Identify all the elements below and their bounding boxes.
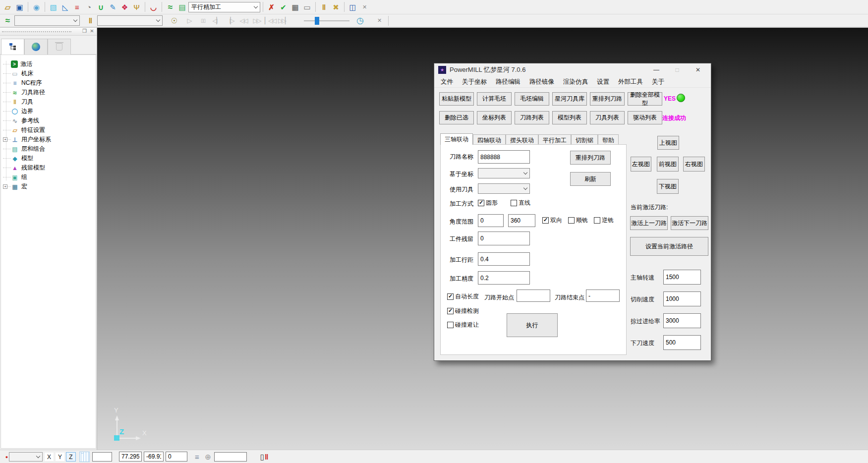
strategy-ball-icon[interactable] — [83, 1, 95, 13]
tool-delete-icon[interactable] — [266, 1, 277, 13]
axis-toggle-button[interactable]: Z — [66, 452, 76, 462]
pause-icon[interactable] — [197, 15, 209, 26]
axis-toggle-button[interactable]: X — [44, 452, 54, 462]
simulation-speed-slider[interactable] — [304, 16, 349, 26]
dialog-tab[interactable]: 摆头联动 — [506, 134, 538, 145]
search-forward-icon[interactable] — [251, 15, 262, 26]
toolpath-ribbon-icon[interactable] — [165, 1, 176, 13]
refresh-button[interactable]: 刷新 — [570, 172, 611, 186]
search-back-icon[interactable] — [237, 15, 249, 26]
action-button[interactable]: 模型列表 — [552, 111, 587, 124]
grip-handle[interactable] — [2, 31, 71, 32]
open-icon[interactable] — [2, 1, 13, 13]
tree-item[interactable]: + 用户坐标系 — [1, 135, 96, 144]
toolpath-name-input[interactable] — [478, 150, 530, 164]
action-button[interactable]: 重排列刀路 — [590, 92, 625, 106]
activate-next-toolpath-button[interactable]: 激活下一刀路 — [671, 216, 708, 230]
go-end-icon[interactable] — [278, 15, 289, 26]
view-top-button[interactable]: 上视图 — [657, 136, 679, 150]
xyz-list-icon[interactable] — [191, 451, 203, 463]
speed-input[interactable] — [663, 335, 701, 350]
action-button[interactable]: 刀具列表 — [590, 111, 625, 124]
play-icon[interactable] — [184, 15, 195, 26]
collision-avoid-option[interactable]: 碰撞避让 — [447, 321, 479, 329]
view-right-button[interactable]: 右视图 — [683, 157, 705, 172]
drill-icon[interactable] — [148, 1, 159, 13]
tree-item[interactable]: + 特征设置 — [1, 125, 96, 135]
checkbox[interactable] — [447, 308, 454, 314]
tree-item[interactable]: + 层和组合 — [1, 144, 96, 154]
ramp-icon[interactable] — [59, 1, 71, 13]
tree-item[interactable]: + 宏 — [1, 182, 96, 191]
swap-icon[interactable] — [330, 1, 342, 13]
menu-item[interactable]: 关于 — [647, 76, 669, 88]
pause-output-icon[interactable] — [257, 451, 272, 463]
rearrange-toolpath-button[interactable]: 重排列刀路 — [570, 151, 611, 165]
sim-tool-dropdown[interactable] — [97, 15, 163, 26]
collision-check-option[interactable]: 碰撞检测 — [447, 307, 479, 315]
speed-input[interactable] — [663, 270, 701, 285]
minimize-button[interactable]: — — [647, 63, 665, 76]
step-forward-icon[interactable] — [224, 15, 235, 26]
dialog-tab[interactable]: 切割锯 — [571, 134, 598, 145]
checkbox-option[interactable]: 逆铣 — [594, 216, 614, 225]
strategy-list-icon[interactable] — [176, 1, 188, 13]
zlevel-icon[interactable] — [71, 1, 83, 13]
set-active-path-button[interactable]: 设置当前激活路径 — [630, 237, 708, 256]
execute-button[interactable]: 执行 — [507, 313, 558, 337]
strategy-dropdown[interactable]: 平行精加工 — [188, 2, 260, 12]
dialog-titlebar[interactable]: PowerMILL 忆梦星河 7.0.6 — □ ✕ — [434, 63, 711, 76]
axis-toggle-button[interactable]: Y — [55, 452, 65, 462]
checkbox[interactable] — [511, 200, 517, 206]
stock-remain-input[interactable] — [478, 232, 530, 245]
tab-globe[interactable] — [24, 39, 48, 55]
calculator-icon[interactable] — [289, 1, 301, 13]
end-point-input[interactable] — [586, 289, 620, 302]
snap-value-input[interactable] — [92, 452, 112, 462]
tool-pair-icon[interactable] — [318, 1, 330, 13]
coord-y-input[interactable] — [144, 452, 164, 462]
status-free-input[interactable] — [214, 452, 247, 462]
stepover-input[interactable] — [478, 252, 530, 266]
checkbox[interactable] — [447, 293, 454, 300]
base-coord-dropdown[interactable] — [478, 168, 530, 178]
checkbox[interactable] — [447, 322, 454, 328]
menu-item[interactable]: 路径编辑 — [491, 76, 525, 88]
menu-item[interactable]: 文件 — [436, 76, 458, 88]
view-bottom-button[interactable]: 下视图 — [657, 179, 679, 194]
close-icon[interactable] — [359, 1, 370, 13]
checkbox-option[interactable]: 圆形 — [478, 199, 498, 207]
coord-x-input[interactable] — [119, 452, 142, 462]
menu-item[interactable]: 渲染仿真 — [559, 76, 592, 88]
tab-recycle-bin[interactable] — [48, 39, 71, 55]
points-icon[interactable] — [119, 1, 130, 13]
tree-item[interactable]: + 刀具路径 — [1, 88, 96, 97]
speed-input[interactable] — [663, 313, 701, 328]
panel-grip[interactable]: ❐ ✕ — [0, 28, 97, 36]
status-dropdown[interactable] — [9, 452, 43, 462]
angle-from-input[interactable] — [478, 214, 504, 227]
auto-length-option[interactable]: 自动长度 — [447, 292, 479, 301]
flask-icon[interactable] — [31, 1, 42, 13]
block-icon[interactable] — [48, 1, 59, 13]
sim-toolpath-dropdown[interactable] — [14, 15, 80, 26]
tree-item[interactable]: + 模型 — [1, 154, 96, 163]
probe-icon[interactable] — [202, 451, 214, 463]
action-button[interactable]: 坐标列表 — [477, 111, 512, 124]
float-panel-icon[interactable]: ❐ — [81, 28, 88, 34]
menu-item[interactable]: 设置 — [592, 76, 614, 88]
checkbox[interactable] — [542, 217, 549, 224]
action-button[interactable]: 删除已选 — [439, 111, 474, 124]
action-button[interactable]: 星河刀具库 — [552, 92, 587, 106]
maximize-button[interactable]: □ — [668, 63, 686, 76]
tree-item[interactable]: + 机床 — [1, 69, 96, 78]
menu-item[interactable]: 外部工具 — [614, 76, 647, 88]
tree-item[interactable]: + 参考线 — [1, 116, 96, 125]
dialog-tab[interactable]: 平行加工 — [538, 134, 571, 145]
action-button[interactable]: 计算毛坯 — [477, 92, 512, 106]
use-tool-dropdown[interactable] — [478, 183, 530, 194]
grid-snap-icon[interactable] — [79, 452, 90, 462]
expand-toggle-icon[interactable]: + — [3, 184, 7, 189]
speed-input[interactable] — [663, 291, 701, 306]
slider-thumb[interactable] — [315, 17, 319, 25]
